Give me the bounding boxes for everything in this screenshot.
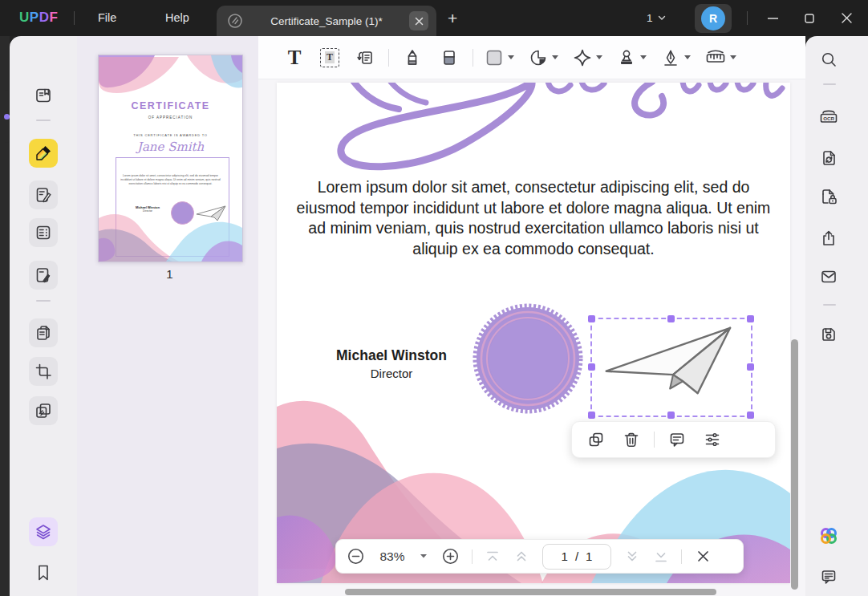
account-button[interactable]: R bbox=[695, 4, 732, 33]
sidebar-item-protect[interactable] bbox=[814, 182, 843, 211]
next-page-button[interactable] bbox=[618, 549, 647, 563]
sidebar-item-save[interactable] bbox=[814, 320, 843, 349]
sidebar-item-fill-and-sign[interactable] bbox=[29, 261, 58, 290]
menu-help[interactable]: Help bbox=[165, 0, 189, 36]
dropdown-caret bbox=[640, 55, 647, 59]
sidebar-item-share[interactable] bbox=[814, 224, 843, 253]
tool-pin[interactable] bbox=[573, 43, 602, 72]
previous-page-button[interactable] bbox=[507, 549, 536, 563]
tool-text-box[interactable]: T bbox=[318, 43, 342, 72]
sidebar-item-crop-pages[interactable] bbox=[29, 357, 58, 386]
vertical-scrollbar[interactable] bbox=[791, 339, 798, 590]
tool-text[interactable]: T bbox=[282, 43, 306, 72]
titlebar-divider bbox=[747, 11, 748, 25]
recipient-signature[interactable] bbox=[277, 83, 790, 189]
zoom-in-button[interactable] bbox=[434, 548, 466, 565]
thumb-cert-title: CERTIFICATE bbox=[99, 100, 242, 111]
first-page-button[interactable] bbox=[478, 550, 507, 563]
menu-file[interactable]: File bbox=[98, 0, 116, 36]
tool-eraser[interactable] bbox=[437, 43, 461, 72]
sidebar-item-page-tools[interactable] bbox=[29, 318, 58, 347]
thumbnail-page-number: 1 bbox=[77, 267, 262, 281]
comment-icon bbox=[668, 431, 686, 448]
minimize-button[interactable] bbox=[754, 0, 791, 36]
page-thumbnail[interactable]: CERTIFICATE OF APPRECIATION THIS CERTIFI… bbox=[98, 55, 243, 262]
certificate-body-text[interactable]: Lorem ipsum dolor sit amet, consectetur … bbox=[288, 177, 779, 259]
tool-pencil[interactable] bbox=[400, 43, 424, 72]
zoom-bar: 83% 1 / 1 bbox=[335, 539, 744, 574]
tool-stamp[interactable] bbox=[617, 43, 647, 72]
sidebar-item-edit-pdf[interactable] bbox=[29, 180, 58, 209]
page-number-input[interactable]: 1 / 1 bbox=[542, 544, 611, 570]
tool-sticker[interactable] bbox=[529, 43, 558, 72]
thumb-recipient-name: Jane Smith bbox=[99, 140, 242, 154]
sidebar-item-bookmark[interactable] bbox=[29, 558, 58, 587]
tab-document-icon bbox=[226, 12, 244, 30]
new-tab-button[interactable]: + bbox=[448, 9, 457, 28]
dropdown-caret bbox=[596, 55, 602, 59]
duplicate-icon bbox=[587, 431, 605, 448]
resize-handle-w[interactable] bbox=[588, 363, 595, 371]
tool-typewriter[interactable] bbox=[353, 43, 377, 72]
resize-handle-s[interactable] bbox=[667, 412, 675, 419]
tool-signature[interactable] bbox=[661, 43, 691, 72]
sidebar-item-watermark[interactable] bbox=[29, 396, 58, 425]
updf-logo: UPDF bbox=[19, 10, 58, 26]
organize-pages-icon bbox=[34, 224, 52, 241]
thumb-cert-subtitle: OF APPRECIATION bbox=[99, 116, 242, 120]
paper-plane-sticker[interactable] bbox=[600, 324, 743, 409]
typewriter-icon bbox=[355, 48, 375, 67]
sidebar-item-ai-assistant[interactable] bbox=[814, 521, 843, 550]
selection-bounding-box[interactable] bbox=[590, 318, 752, 417]
zoom-level[interactable]: 83% bbox=[371, 549, 413, 564]
logo-letter: D bbox=[39, 10, 50, 25]
resize-handle-n[interactable] bbox=[667, 315, 675, 322]
share-export-icon bbox=[820, 229, 838, 247]
toolbar-divider bbox=[473, 49, 473, 67]
comment-button[interactable] bbox=[659, 422, 695, 457]
edit-page-icon bbox=[34, 186, 52, 204]
sticker-icon bbox=[529, 48, 548, 67]
signer-block[interactable]: Michael Winston Director bbox=[311, 347, 472, 380]
sidebar-item-feedback[interactable] bbox=[814, 562, 843, 591]
titlebar-divider bbox=[74, 11, 75, 25]
duplicate-button[interactable] bbox=[578, 422, 614, 457]
sidebar-item-ocr[interactable]: OCR bbox=[814, 102, 843, 131]
tab-close-button[interactable] bbox=[409, 11, 428, 30]
maximize-button[interactable] bbox=[791, 0, 828, 36]
resize-handle-se[interactable] bbox=[747, 412, 754, 419]
properties-button[interactable] bbox=[695, 422, 730, 457]
resize-handle-nw[interactable] bbox=[588, 315, 595, 322]
resize-handle-ne[interactable] bbox=[747, 315, 754, 322]
resize-handle-e[interactable] bbox=[747, 363, 754, 371]
sidebar-item-organize-pages[interactable] bbox=[29, 218, 58, 247]
page-count-dropdown[interactable]: 1 bbox=[647, 0, 666, 36]
dropdown-caret bbox=[552, 55, 558, 59]
sidebar-item-search[interactable] bbox=[814, 45, 843, 74]
fountain-pen-icon bbox=[661, 48, 680, 67]
sidebar-item-convert[interactable] bbox=[814, 144, 843, 172]
window-close-button[interactable] bbox=[828, 0, 865, 36]
main-area: T T bbox=[258, 36, 805, 596]
delete-button[interactable] bbox=[614, 422, 649, 457]
horizontal-scrollbar[interactable] bbox=[345, 589, 716, 595]
zoom-bar-divider bbox=[681, 549, 682, 564]
document-tab[interactable]: Certificate_Sample (1)* bbox=[217, 6, 436, 36]
mail-icon bbox=[820, 268, 838, 286]
zoom-bar-divider bbox=[472, 549, 473, 564]
zoom-presets-dropdown[interactable] bbox=[413, 553, 434, 559]
dropdown-caret bbox=[730, 55, 736, 59]
last-page-button[interactable] bbox=[647, 550, 675, 563]
sidebar-divider bbox=[823, 83, 836, 85]
sidebar-item-layers[interactable] bbox=[29, 517, 58, 546]
resize-handle-sw[interactable] bbox=[588, 412, 595, 419]
zoom-out-button[interactable] bbox=[339, 548, 371, 565]
tool-shape[interactable] bbox=[485, 43, 514, 72]
tool-measure[interactable] bbox=[705, 43, 736, 72]
sidebar-item-reader-mode[interactable] bbox=[29, 81, 58, 110]
thumb-bottom-waves bbox=[99, 204, 242, 262]
close-zoom-bar-button[interactable] bbox=[688, 550, 718, 562]
left-sidebar bbox=[10, 36, 77, 596]
sidebar-item-comment[interactable] bbox=[29, 139, 58, 168]
sidebar-item-email[interactable] bbox=[814, 262, 843, 291]
